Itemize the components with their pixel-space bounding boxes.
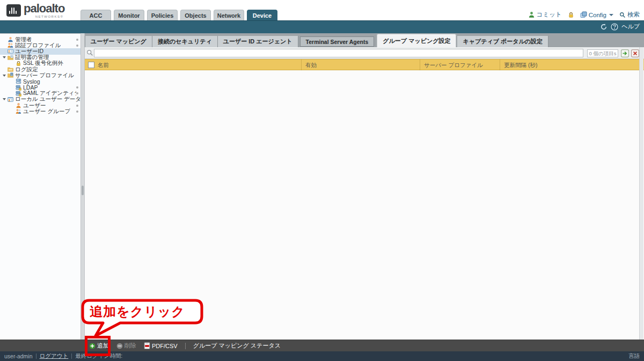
server-icon xyxy=(16,78,21,84)
server-lock-icon xyxy=(16,85,21,91)
item-dot xyxy=(76,39,78,41)
top-header: paloalto NETWORKS® ACC Monitor Policies … xyxy=(0,0,644,20)
content-scrollbar[interactable] xyxy=(639,47,643,340)
paloalto-logo-icon xyxy=(6,4,21,17)
paloalto-logo: paloalto NETWORKS® xyxy=(6,3,64,18)
search-icon xyxy=(619,12,626,18)
filter-input[interactable] xyxy=(94,49,583,57)
splitter-handle-icon xyxy=(82,186,84,195)
table-header: 名前 有効 サーバー プロファイル 更新間隔 (秒) xyxy=(85,59,644,70)
quick-links: コミット Config 検索 xyxy=(528,11,640,19)
main-content: ユーザー マッピング 接続のセキュリティ ユーザー ID エージェント Term… xyxy=(85,33,644,340)
column-header-update-interval[interactable]: 更新間隔 (秒) xyxy=(504,62,537,69)
main-nav-tabs: ACC Monitor Policies Objects Network Dev… xyxy=(80,10,280,20)
language-link[interactable]: 言語 xyxy=(628,352,640,360)
admin-user-icon xyxy=(8,36,13,42)
apply-filter-button[interactable] xyxy=(621,49,629,57)
nav-tab-network[interactable]: Network xyxy=(214,10,244,20)
tab-terminal-server-agents[interactable]: Terminal Server Agents xyxy=(300,36,375,47)
user-icon xyxy=(16,102,21,108)
select-all-checkbox[interactable] xyxy=(88,62,94,68)
tree-collapse-caret[interactable] xyxy=(1,56,8,58)
padlock-icon xyxy=(568,12,574,18)
nav-tab-device[interactable]: Device xyxy=(247,10,277,20)
tab-captive-portal-settings[interactable]: キャプティブ ポータルの設定 xyxy=(457,36,548,47)
log-folder-icon xyxy=(8,67,13,72)
pdf-icon xyxy=(144,342,150,349)
caret-down-icon xyxy=(3,56,6,58)
sidebar-item-syslog[interactable]: Syslog xyxy=(0,78,80,84)
refresh-icon[interactable] xyxy=(600,23,608,31)
brand-name: paloalto xyxy=(24,3,64,14)
item-dot xyxy=(76,86,78,89)
search-icon xyxy=(86,49,93,56)
global-search-link[interactable]: 検索 xyxy=(619,11,640,19)
user-id-icon xyxy=(8,48,13,54)
sidebar-item-user-groups[interactable]: ユーザー グループ xyxy=(0,108,80,114)
tree-collapse-caret[interactable] xyxy=(1,75,8,77)
delete-button[interactable]: 削除 xyxy=(116,342,136,350)
item-dot xyxy=(76,110,78,113)
nav-tab-objects[interactable]: Objects xyxy=(180,10,211,20)
logout-link[interactable]: ログアウト xyxy=(40,352,69,360)
item-dot xyxy=(76,92,78,94)
minus-icon xyxy=(116,343,123,349)
clear-filter-button[interactable] xyxy=(631,49,639,57)
sidebar-splitter[interactable] xyxy=(80,33,85,340)
lock-status-icon[interactable] xyxy=(568,12,574,18)
commit-link[interactable]: コミット xyxy=(528,11,562,19)
callout-text: 追加をクリック xyxy=(90,303,185,320)
item-dot xyxy=(76,45,78,47)
help-label[interactable]: ヘルプ xyxy=(621,23,640,31)
tab-group-mapping-settings[interactable]: グループ マッピング設定 xyxy=(377,34,456,47)
tab-connection-security[interactable]: 接続のセキュリティ xyxy=(152,36,218,47)
user-database-icon xyxy=(8,97,13,102)
pdf-csv-button[interactable]: PDF/CSV xyxy=(144,342,178,349)
column-header-name[interactable]: 名前 xyxy=(98,62,109,69)
user-group-icon xyxy=(16,108,21,114)
help-icon[interactable] xyxy=(611,23,618,31)
device-sidebar: 管理者 認証プロファイル ユーザーID 証明書の管理 xyxy=(0,33,80,340)
item-count-badge: 0 個の項目s xyxy=(587,49,618,57)
config-icon xyxy=(580,11,587,18)
sidebar-item-ssl-decryption-exclusion[interactable]: SSL 復号化例外 xyxy=(0,61,80,67)
item-dot xyxy=(76,105,78,107)
caret-down-icon xyxy=(3,75,6,77)
help-bar-items: ヘルプ xyxy=(600,23,640,31)
brand-subtitle: NETWORKS® xyxy=(35,15,64,18)
logged-in-user: user-admin xyxy=(4,353,33,359)
annotation-callout: 追加をクリック xyxy=(80,298,205,340)
sub-header-bar xyxy=(0,20,644,33)
nav-tab-acc[interactable]: ACC xyxy=(80,10,111,20)
toolbar-separator xyxy=(185,343,186,349)
tab-user-mapping[interactable]: ユーザー マッピング xyxy=(85,36,152,47)
tree-collapse-caret[interactable] xyxy=(1,98,8,100)
group-mapping-status-link[interactable]: グループ マッピング ステータス xyxy=(193,342,281,350)
panos-device-page: paloalto NETWORKS® ACC Monitor Policies … xyxy=(0,0,644,361)
certificate-folder-icon xyxy=(8,55,13,61)
caret-down-icon xyxy=(3,98,6,100)
auth-profile-icon xyxy=(8,42,13,48)
filter-row: 0 個の項目s xyxy=(85,47,644,59)
chevron-down-icon xyxy=(609,14,613,16)
nav-tab-monitor[interactable]: Monitor xyxy=(114,10,144,20)
server-folder-icon xyxy=(8,72,13,78)
commit-icon xyxy=(528,11,535,18)
sidebar-tree: 管理者 認証プロファイル ユーザーID 証明書の管理 xyxy=(0,34,80,114)
column-header-server-profile[interactable]: サーバー プロファイル xyxy=(424,62,483,69)
tab-user-id-agents[interactable]: ユーザー ID エージェント xyxy=(218,36,298,47)
nav-tab-policies[interactable]: Policies xyxy=(147,10,178,20)
content-tab-bar: ユーザー マッピング 接続のセキュリティ ユーザー ID エージェント Term… xyxy=(85,33,644,47)
config-menu[interactable]: Config xyxy=(580,11,613,18)
column-header-enabled[interactable]: 有効 xyxy=(305,62,317,69)
sidebar-item-server-profiles[interactable]: サーバー プロファイル xyxy=(0,72,80,78)
